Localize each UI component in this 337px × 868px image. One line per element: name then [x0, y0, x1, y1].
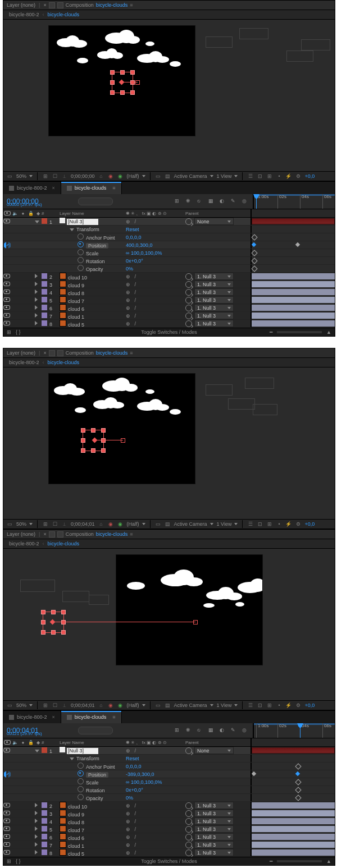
- playhead[interactable]: [298, 723, 302, 738]
- stopwatch-on-icon[interactable]: [78, 241, 84, 247]
- roi-icon[interactable]: ▭: [155, 702, 161, 709]
- share-icon[interactable]: ⚙: [295, 702, 301, 709]
- parent-dropdown[interactable]: 1. Null 3: [194, 281, 234, 288]
- channel-icon[interactable]: ◉: [108, 702, 114, 709]
- prop-anchor[interactable]: Anchor Point 0,0,0,0: [3, 763, 335, 770]
- view-opt-2-icon[interactable]: ⊡: [257, 173, 263, 180]
- grid-icon[interactable]: ⊞: [42, 702, 48, 709]
- zoom-dropdown[interactable]: 50%: [16, 173, 33, 179]
- graph-editor-icon[interactable]: ✎: [231, 198, 238, 205]
- timeline-tab-active[interactable]: bicycle-clouds≡: [61, 711, 122, 723]
- breadcrumb-root[interactable]: bicycle-800-2: [9, 541, 39, 546]
- layer-row[interactable]: 5cloud 7⊕ /1. Null 3: [3, 825, 335, 833]
- shy-icon[interactable]: ⎋: [197, 727, 204, 734]
- zoom-out-icon[interactable]: ━: [270, 329, 272, 335]
- unlock-icon[interactable]: [57, 2, 63, 8]
- transp-icon[interactable]: ▤: [165, 173, 171, 180]
- views-dropdown[interactable]: 1 View: [217, 702, 238, 708]
- null-selection-box[interactable]: [43, 612, 64, 633]
- pixel-aspect-icon[interactable]: •: [276, 173, 282, 180]
- frame-blend-icon[interactable]: ▦: [208, 198, 216, 205]
- parent-dropdown[interactable]: 1. Null 3: [194, 841, 234, 848]
- transform-group[interactable]: Transform Reset: [3, 755, 335, 763]
- comp-canvas[interactable]: [48, 373, 195, 484]
- guides-icon[interactable]: ☐: [52, 521, 58, 527]
- camera-dropdown[interactable]: Active Camera: [174, 173, 213, 179]
- pickwhip-icon[interactable]: [185, 747, 192, 754]
- prop-scale[interactable]: Scale ∞ 100,0,100,0%: [3, 249, 335, 257]
- col-solo-icon[interactable]: ●: [19, 209, 27, 217]
- toggle-switches-button[interactable]: Toggle Switches / Modes: [141, 858, 197, 864]
- view-opt-3-icon[interactable]: ⊞: [266, 521, 272, 527]
- pickwhip-icon[interactable]: [185, 826, 192, 833]
- zoom-out-icon[interactable]: ━: [270, 858, 272, 864]
- stopwatch-icon[interactable]: [78, 265, 84, 271]
- prop-opacity[interactable]: Opacity 0%: [3, 265, 335, 273]
- prop-rotation[interactable]: Rotation 0x+0,0°: [3, 786, 335, 794]
- preview-timecode[interactable]: 0;00;00;00: [71, 173, 95, 179]
- keyframe-nav[interactable]: [3, 771, 11, 778]
- views-dropdown[interactable]: 1 View: [217, 521, 238, 527]
- reset-button[interactable]: Reset: [126, 227, 139, 232]
- snapshot-icon[interactable]: ⌂: [98, 173, 104, 180]
- guides-icon[interactable]: ☐: [52, 173, 58, 180]
- viewer-layer-tab-label[interactable]: Layer (none): [7, 2, 35, 8]
- parent-dropdown[interactable]: 1. Null 3: [194, 288, 234, 296]
- reset-button[interactable]: Reset: [126, 756, 139, 761]
- viewer-layer-tab-label[interactable]: Layer (none): [7, 531, 35, 537]
- layer-row-null[interactable]: 1 ⊕ / None: [3, 218, 335, 226]
- layer-row[interactable]: 3cloud 9⊕ /1. Null 3: [3, 281, 335, 288]
- playhead[interactable]: [254, 194, 258, 209]
- ruler-icon[interactable]: ⟂: [61, 702, 67, 709]
- lock-icon[interactable]: [49, 350, 55, 356]
- timeline-tab-alt[interactable]: bicycle-800-2×: [3, 182, 61, 194]
- brackets-icon[interactable]: { }: [16, 329, 21, 335]
- layer-row[interactable]: 8cloud 5⊕ /1. Null 3: [3, 849, 335, 857]
- pickwhip-icon[interactable]: [185, 281, 192, 288]
- layer-name-input[interactable]: [67, 748, 98, 754]
- viewer-comp-name[interactable]: bicycle-clouds: [96, 2, 128, 8]
- pickwhip-icon[interactable]: [185, 297, 192, 304]
- monitor-icon[interactable]: ▭: [7, 702, 13, 709]
- layer-row[interactable]: 6cloud 6⊕ /1. Null 3: [3, 833, 335, 841]
- channel-icon[interactable]: ◉: [108, 521, 114, 527]
- pickwhip-icon[interactable]: [185, 218, 192, 225]
- camera-dropdown[interactable]: Active Camera: [174, 702, 213, 708]
- alpha-icon[interactable]: ◉: [117, 173, 124, 180]
- timeline-tab-alt[interactable]: bicycle-800-2×: [3, 711, 61, 723]
- snapshot-icon[interactable]: ⌂: [98, 521, 104, 527]
- layer-row[interactable]: 7cloud 1⊕ /1. Null 3: [3, 841, 335, 849]
- resolution-dropdown[interactable]: (Half): [127, 173, 145, 179]
- zoom-slider[interactable]: [277, 860, 322, 862]
- viewer-layer-tab-label[interactable]: Layer (none): [7, 350, 35, 356]
- view-opt-1-icon[interactable]: ☰: [247, 173, 253, 180]
- timeline-tab-active[interactable]: bicycle-clouds≡: [61, 182, 122, 194]
- layer-name-input[interactable]: [67, 219, 98, 225]
- layer-row[interactable]: 2cloud 10⊕ /1. Null 3: [3, 802, 335, 810]
- fast-preview-icon[interactable]: ⚡: [285, 521, 292, 527]
- roi-icon[interactable]: ▭: [155, 173, 161, 180]
- draft3d-icon[interactable]: ❋: [186, 727, 193, 734]
- view-opt-2-icon[interactable]: ⊡: [257, 521, 263, 527]
- breadcrumb-root[interactable]: bicycle-800-2: [9, 12, 39, 17]
- pixel-aspect-icon[interactable]: •: [276, 702, 282, 709]
- view-opt-3-icon[interactable]: ⊞: [266, 173, 272, 180]
- transp-icon[interactable]: ▤: [165, 521, 171, 527]
- parent-dropdown[interactable]: 1. Null 3: [194, 802, 234, 809]
- col-lock-icon[interactable]: 🔒: [27, 209, 35, 217]
- snapshot-icon[interactable]: ⌂: [98, 702, 104, 709]
- draft3d-icon[interactable]: ❋: [186, 198, 193, 205]
- fast-preview-icon[interactable]: ⚡: [285, 702, 292, 709]
- layer-row[interactable]: 8cloud 5⊕ /1. Null 3: [3, 320, 335, 328]
- pickwhip-icon[interactable]: [185, 289, 192, 296]
- parent-dropdown[interactable]: 1. Null 3: [194, 818, 234, 825]
- layer-row[interactable]: 4cloud 8⊕ /1. Null 3: [3, 288, 335, 296]
- comp-canvas[interactable]: [116, 554, 263, 665]
- share-icon[interactable]: ⚙: [295, 173, 301, 180]
- ruler-icon[interactable]: ⟂: [61, 521, 67, 527]
- lock-icon[interactable]: [49, 2, 55, 8]
- viewer-comp-tab-label[interactable]: Composition: [66, 350, 94, 356]
- brackets-icon[interactable]: { }: [16, 858, 21, 864]
- motion-blur-icon[interactable]: ◐: [220, 727, 227, 734]
- pickwhip-icon[interactable]: [185, 320, 192, 327]
